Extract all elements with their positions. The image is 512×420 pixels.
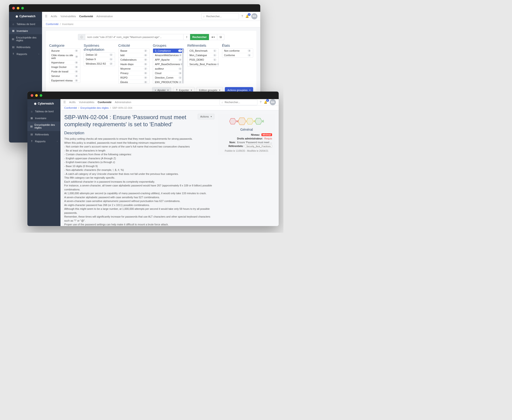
crumb-conformite[interactable]: Conformité <box>46 23 59 25</box>
notif-badge: 2 <box>266 99 269 102</box>
filter-label: Direction_Comm <box>155 76 173 79</box>
filter-count: 0 <box>75 55 78 58</box>
filter-item[interactable]: RGPD0 <box>119 75 149 80</box>
filter-count: 0 <box>144 54 147 56</box>
filter-item[interactable]: Aucune0 <box>49 49 80 53</box>
info-icon[interactable]: ⓘ <box>78 34 85 40</box>
crumb-conformite[interactable]: Conformité <box>64 106 77 109</box>
nav-actifs[interactable]: Actifs <box>51 15 57 18</box>
nav-admin[interactable]: Administration <box>96 15 113 18</box>
filter-label: Security_Best_Practices <box>189 63 216 66</box>
brand-text: Cyberwatch <box>38 102 54 105</box>
nav-conformite[interactable]: Conformité <box>98 101 112 104</box>
close-dot[interactable] <box>12 7 15 9</box>
menu-icon[interactable]: ☰ <box>45 15 47 18</box>
chevron-icon: ‹ <box>38 53 39 55</box>
upload-icon[interactable]: ⇪ <box>183 34 190 40</box>
search-input[interactable] <box>225 101 257 104</box>
filter-item[interactable]: Équipement réseau0 <box>49 78 80 82</box>
sidebar-item-inventaire[interactable]: ▦Inventaire <box>27 115 61 121</box>
sidebar-item-encyclop-die-des-r-gles[interactable]: ▤Encyclopédie des règles <box>9 34 42 44</box>
filter-item[interactable]: Cloud3 <box>153 71 184 75</box>
avatar[interactable]: MA <box>270 99 276 105</box>
nav-admin[interactable]: Administration <box>115 101 131 104</box>
search-input[interactable] <box>206 15 239 18</box>
filter-item[interactable]: APP_Apache2 <box>153 58 184 62</box>
nav-vuln[interactable]: Vulnérabilités <box>79 101 94 104</box>
nav-conformite[interactable]: Conformité <box>79 15 93 18</box>
nav-actifs[interactable]: Actifs <box>69 101 76 104</box>
filter-item[interactable]: auditeur1 <box>153 67 184 71</box>
filter-item[interactable]: Image Docker0 <box>49 65 80 69</box>
filter-item[interactable]: Hyperviseur0 <box>49 60 80 65</box>
filter-item[interactable]: Debian 101 <box>84 52 115 57</box>
sidebar-item-r-f-rentiels[interactable]: ▤Référentiels <box>27 131 61 138</box>
filter-item[interactable]: Serveur4 <box>49 74 80 78</box>
global-search[interactable]: ⌕ <box>201 13 239 19</box>
filter-item[interactable]: Conforme1 <box>222 53 253 57</box>
nav-label: Rapports <box>16 52 27 55</box>
max-dot[interactable] <box>40 94 42 97</box>
filter-item[interactable]: PSSI_DEMO1 <box>188 58 218 62</box>
sidebar-item-inventaire[interactable]: ▦Inventaire <box>9 27 42 34</box>
filter-item[interactable]: AmazonWebServices2 <box>153 53 184 58</box>
crumb-encyclopedie[interactable]: Encyclopédie des règles <box>81 106 109 109</box>
filter-item[interactable]: Windows 2012 R22 <box>84 62 115 66</box>
filter-item[interactable]: Élevée0 <box>119 80 149 84</box>
filter-item[interactable]: Privacy0 <box>119 71 149 75</box>
ref-pill[interactable]: Security_Best_Practices <box>245 145 272 148</box>
sidebar-item-rapports[interactable]: ⇑Rapports‹ <box>9 51 42 57</box>
filter-item[interactable]: Direction_Comm1 <box>153 75 184 80</box>
bell-icon[interactable]: 🔔2 <box>245 15 249 18</box>
sidebar-item-r-f-rentiels[interactable]: ▤Référentiels <box>9 44 42 51</box>
filter-count: 0 <box>75 50 78 52</box>
search-button[interactable]: Rechercher <box>190 34 209 40</box>
filter-item[interactable]: Security_Best_Practices2 <box>188 62 218 66</box>
sidebar-item-rapports[interactable]: ⇑Rapports‹ <box>27 138 61 145</box>
filter-label: Windows 2012 R2 <box>86 62 106 65</box>
filter-count: 2 <box>144 50 147 52</box>
actions-button[interactable]: Actions <box>198 114 214 119</box>
filter-item[interactable]: Mon_Catalogue1 <box>188 53 218 58</box>
filter-label: CIS_Benchmark <box>189 49 207 52</box>
nav-vuln[interactable]: Vulnérabilités <box>61 15 76 18</box>
filter-count: 4 <box>178 50 182 52</box>
filter-label: bdd <box>121 54 125 57</box>
filter-item[interactable]: Debian 91 <box>84 57 115 62</box>
filter-count: 1 <box>247 54 251 56</box>
help-icon[interactable]: ? <box>241 15 243 18</box>
bell-icon[interactable]: 🔔2 <box>264 100 267 104</box>
filter-item[interactable]: ENV_PRODUCTION2 <box>153 80 184 84</box>
filter-item[interactable]: Basse2 <box>119 49 149 53</box>
max-dot[interactable] <box>21 7 24 9</box>
sidebar-item-encyclop-die-des-r-gles[interactable]: ▤Encyclopédie des règles <box>27 121 61 131</box>
avatar[interactable]: MA <box>251 13 257 19</box>
filter-item[interactable]: CIS_Benchmark1 <box>188 49 218 53</box>
help-icon[interactable]: ? <box>260 100 261 104</box>
save-button[interactable]: 🖫 <box>217 34 224 40</box>
star-button[interactable]: ★▾ <box>209 34 217 40</box>
filter-item[interactable]: APP_BaseDeDonnees2 <box>153 62 184 67</box>
filter-item[interactable]: bdd0 <box>119 53 149 58</box>
filter-item[interactable]: Haute dispo0 <box>119 62 149 67</box>
filter-item[interactable]: Moyenne2 <box>119 67 149 71</box>
min-dot[interactable] <box>35 94 38 97</box>
filter-item[interactable]: 0_Compliance4 <box>153 49 184 53</box>
close-dot[interactable] <box>31 94 33 97</box>
min-dot[interactable] <box>17 7 19 9</box>
sidebar-item-tableau-de-bord[interactable]: ⌂Tableau de bord <box>27 108 61 115</box>
filter-item[interactable]: Poste de travail0 <box>49 69 80 74</box>
filter-count: 1 <box>178 76 182 79</box>
logo: ◉ Cyberwatch <box>9 12 42 21</box>
filter-count: 1 <box>109 53 113 56</box>
crumb-rule: SBP-WIN-02-004 <box>112 106 132 109</box>
filter-item[interactable]: Non conforme3 <box>222 49 253 53</box>
hex-badge: É <box>255 117 264 126</box>
sidebar-item-tableau-de-bord[interactable]: ⌂Tableau de bord <box>9 21 42 27</box>
menu-icon[interactable]: ☰ <box>63 100 66 104</box>
filter-search: ⓘ ⇪ Rechercher ★▾ 🖫 <box>78 34 224 40</box>
filter-input[interactable] <box>85 34 183 40</box>
global-search[interactable]: ⌕ <box>220 99 257 105</box>
filter-item[interactable]: Cible réseau ou site web0 <box>49 53 80 60</box>
filter-item[interactable]: Collaborateurs0 <box>119 58 149 62</box>
